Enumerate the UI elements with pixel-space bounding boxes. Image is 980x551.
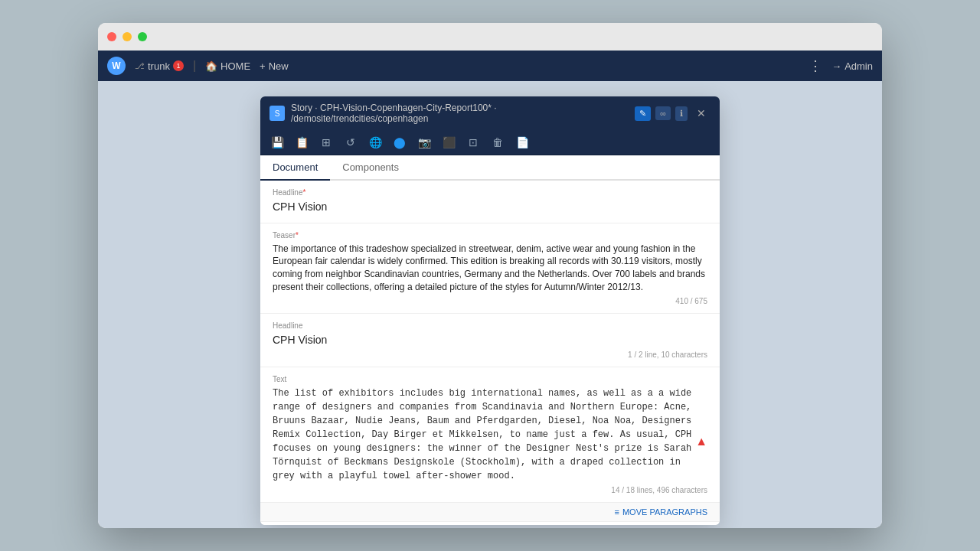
toolbar-grid[interactable]: ⊞: [315, 133, 337, 152]
teaser-label: Teaser*: [273, 231, 707, 240]
headline2-field: Headline CPH Vision 1 / 2 line, 10 chara…: [260, 314, 720, 368]
move-paragraphs-btn[interactable]: ≡ MOVE PARAGRAPHS: [615, 507, 707, 517]
text-field: Text The list of exhibitors includes big…: [260, 367, 720, 503]
toolbar-save[interactable]: 💾: [266, 133, 288, 152]
nav-separator: |: [193, 59, 196, 73]
branch-badge: 1: [173, 60, 184, 71]
toolbar: 💾 📋 ⊞ ↺ 🌐 ⬤ 📷 ⬛ ⊡ 🗑 📄: [260, 130, 720, 155]
edit-btn[interactable]: ✎: [635, 106, 651, 121]
preview-btn[interactable]: ∞: [655, 106, 671, 120]
teaser-required: *: [296, 231, 299, 240]
teaser-field: Teaser* The importance of this tradeshow…: [260, 223, 720, 314]
minimize-btn[interactable]: [122, 32, 132, 41]
modal-close-btn[interactable]: ✕: [692, 105, 710, 122]
modal-header: S Story · CPH-Vision-Copenhagen-City-Rep…: [260, 96, 720, 130]
modal: S Story · CPH-Vision-Copenhagen-City-Rep…: [260, 96, 720, 525]
nav-dots[interactable]: ⋮: [808, 57, 822, 74]
text-count: 14 / 18 lines, 496 characters: [273, 486, 707, 494]
rendered-text: The list of exhibitors includes big inte…: [260, 522, 720, 525]
nav-bar: W ⎇ trunk 1 | 🏠 HOME + New ⋮ → Admin: [98, 51, 882, 81]
toolbar-refresh[interactable]: ↺: [340, 133, 361, 152]
headline2-count: 1 / 2 line, 10 characters: [273, 350, 707, 359]
home-icon: 🏠: [205, 60, 217, 72]
story-icon: S: [270, 106, 285, 121]
headline-value[interactable]: CPH Vision: [273, 200, 707, 215]
nav-home[interactable]: 🏠 HOME: [205, 60, 250, 72]
nav-branch: ⎇ trunk 1: [135, 60, 184, 72]
toolbar-camera[interactable]: 📷: [413, 133, 435, 152]
required-marker: *: [302, 188, 305, 197]
modal-header-actions: ✎ ∞ ℹ ✕: [635, 105, 710, 122]
toolbar-copy2[interactable]: ⊡: [462, 133, 484, 152]
text-value[interactable]: The list of exhibitors includes big inte…: [273, 386, 707, 483]
headline-label: Headline*: [273, 188, 707, 197]
teaser-count: 410 / 675: [273, 297, 707, 305]
toolbar-globe[interactable]: 🌐: [364, 133, 386, 152]
move-paragraphs-bar: ≡ MOVE PARAGRAPHS: [260, 503, 720, 522]
toolbar-copy[interactable]: 📋: [291, 133, 312, 152]
tabs-bar: Document Components: [260, 155, 720, 181]
text-label: Text: [273, 375, 707, 383]
lines-icon: ≡: [615, 507, 619, 517]
warning-icon: ▲: [695, 435, 707, 448]
close-btn[interactable]: [107, 32, 116, 41]
toolbar-delete[interactable]: 🗑: [487, 133, 508, 152]
title-bar: [98, 23, 882, 51]
doc-body[interactable]: Headline* CPH Vision Teaser* The importa…: [260, 181, 720, 525]
nav-admin: → Admin: [831, 60, 873, 72]
plus-icon: +: [260, 60, 266, 72]
headline2-label: Headline: [273, 321, 707, 330]
headline2-value[interactable]: CPH Vision: [273, 333, 707, 348]
maximize-btn[interactable]: [138, 32, 147, 41]
toolbar-square[interactable]: ⬛: [438, 133, 459, 152]
toolbar-circle[interactable]: ⬤: [389, 133, 410, 152]
nav-right: ⋮ → Admin: [808, 57, 873, 74]
toolbar-file[interactable]: 📄: [511, 133, 533, 152]
headline-field: Headline* CPH Vision: [260, 181, 720, 223]
modal-title: Story · CPH-Vision-Copenhagen-City-Repor…: [291, 103, 629, 124]
admin-icon: →: [831, 60, 841, 72]
info-btn[interactable]: ℹ: [675, 106, 688, 121]
branch-icon: ⎇: [135, 61, 145, 71]
content-area: S Story · CPH-Vision-Copenhagen-City-Rep…: [98, 81, 882, 528]
tab-document[interactable]: Document: [260, 155, 330, 181]
nav-logo: W: [107, 57, 126, 75]
tab-components[interactable]: Components: [330, 155, 411, 181]
nav-new[interactable]: + New: [260, 60, 289, 72]
teaser-value[interactable]: The importance of this tradeshow special…: [273, 243, 707, 294]
browser-window: W ⎇ trunk 1 | 🏠 HOME + New ⋮ → Admin: [98, 23, 882, 528]
